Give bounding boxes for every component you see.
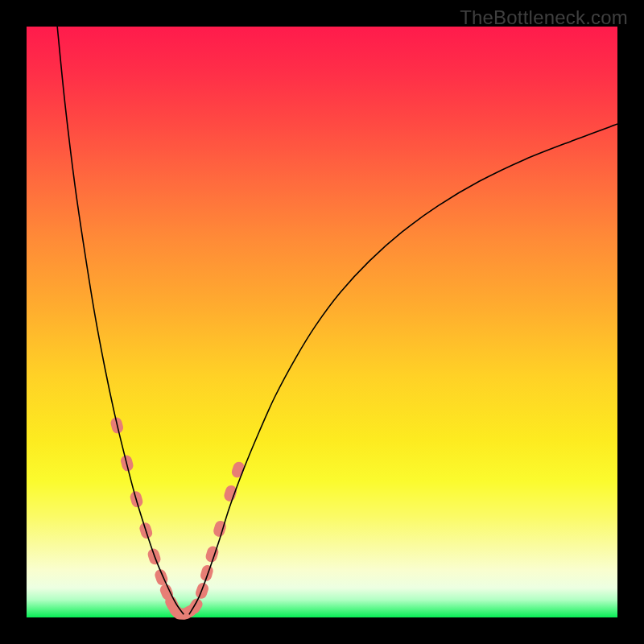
left-branch-curve	[57, 27, 184, 614]
chart-svg	[27, 27, 617, 617]
highlight-dot	[223, 484, 238, 502]
svg-rect-13	[199, 564, 214, 582]
svg-rect-16	[223, 484, 238, 502]
right-branch-curve	[189, 124, 617, 614]
watermark-text: TheBottleneck.com	[460, 6, 628, 29]
outer-frame: TheBottleneck.com	[0, 0, 644, 644]
highlight-dot	[199, 564, 214, 582]
